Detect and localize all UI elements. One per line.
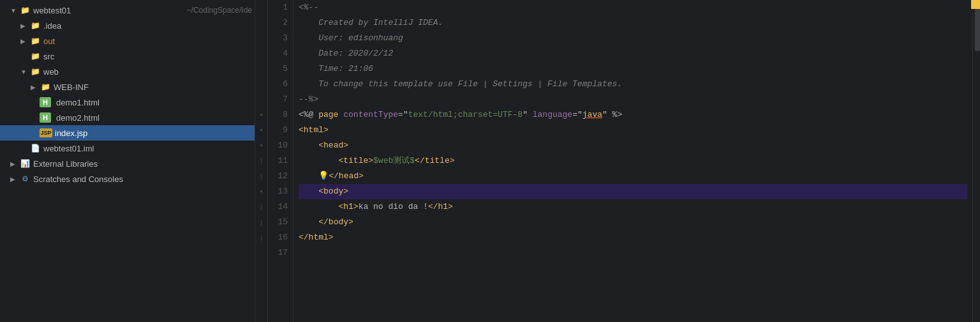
line-num-6: 6 — [276, 77, 288, 92]
editor-scrollbar[interactable] — [972, 0, 980, 322]
code-token: title — [425, 153, 450, 169]
code-line-4: Date: 2020/2/12 — [299, 46, 967, 61]
file-tree[interactable]: 📁 webtest01 ~/CodingSpace/Ide 📁 .idea 📁 … — [0, 0, 255, 322]
code-token — [528, 107, 533, 123]
code-token: > — [348, 215, 353, 230]
code-token: > — [323, 123, 329, 138]
code-line-14: <h1>ka no dio da !</h1> — [299, 199, 967, 215]
gutter-line-12: │ — [255, 169, 267, 184]
code-line-10: <head> — [299, 138, 967, 153]
code-token: language — [533, 107, 572, 123]
code-token: User: edisonhuang — [299, 31, 403, 46]
code-token — [299, 215, 318, 230]
sidebar-item-label: .idea — [43, 21, 252, 31]
sidebar-item-out[interactable]: 📁 out — [0, 33, 255, 49]
code-line-6: To change this template use File | Setti… — [299, 77, 967, 92]
line-num-16: 16 — [276, 230, 288, 245]
code-token: h1 — [438, 199, 448, 215]
code-token — [299, 199, 338, 215]
code-token: > — [368, 153, 373, 169]
sidebar-item-iml[interactable]: 📄 webtest01.iml — [0, 141, 255, 156]
code-editor: ◦ ◦ ◦ │ │ ◦ │ │ │ 1 2 3 4 5 6 7 8 9 10 1… — [255, 0, 980, 322]
gutter-line-13: ◦ — [255, 184, 267, 199]
code-line-9: <html> — [299, 123, 967, 138]
code-line-1: <%-- — [299, 0, 967, 15]
code-token: > — [359, 169, 364, 184]
code-token: body — [329, 215, 348, 230]
sidebar-item-src[interactable]: 📁 src — [0, 49, 255, 64]
code-token: Date: 2020/2/12 — [299, 46, 393, 61]
code-token: </ — [299, 230, 309, 245]
code-line-12: 💡</head> — [299, 169, 967, 184]
sidebar-item-label: webtest01 — [33, 6, 184, 15]
sidebar-path-label: ~/CodingSpace/Ide — [187, 6, 252, 15]
code-token — [338, 107, 343, 123]
code-line-11: <title>$web测试$</title> — [299, 153, 967, 169]
gutter-line-14: │ — [255, 199, 267, 215]
line-num-9: 9 — [276, 123, 288, 138]
html-file-icon: H — [40, 97, 51, 107]
line-num-7: 7 — [276, 92, 288, 107]
gutter-line-8: ◦ — [255, 107, 267, 123]
code-token: body — [323, 184, 343, 199]
code-area[interactable]: ◦ ◦ ◦ │ │ ◦ │ │ │ 1 2 3 4 5 6 7 8 9 10 1… — [255, 0, 980, 322]
code-token: > — [450, 153, 455, 169]
code-line-16: </html> — [299, 230, 967, 245]
gutter-line-11: │ — [255, 153, 267, 169]
folder-icon: 📁 — [29, 51, 41, 61]
sidebar-item-scratches[interactable]: ⚙ Scratches and Consoles — [0, 171, 255, 187]
code-token: < — [318, 138, 323, 153]
sidebar-item-demo2[interactable]: H demo2.html — [0, 110, 255, 125]
code-token: =" — [572, 107, 583, 123]
sidebar-item-label: src — [43, 52, 252, 61]
sidebar-item-webtest01[interactable]: 📁 webtest01 ~/CodingSpace/Ide — [0, 3, 255, 18]
code-token: > — [343, 184, 348, 199]
code-token: <%-- — [299, 0, 318, 15]
sidebar-item-idea[interactable]: 📁 .idea — [0, 18, 255, 33]
folder-icon: 📁 — [19, 5, 31, 15]
code-token: text/html;charset=UTF-8 — [408, 107, 523, 123]
code-token: page — [318, 107, 338, 123]
line-num-3: 3 — [276, 31, 288, 46]
line-numbers: 1 2 3 4 5 6 7 8 9 10 11 12 13 14 15 16 1… — [268, 0, 293, 322]
code-token: < — [299, 123, 304, 138]
code-token — [299, 184, 318, 199]
code-token: " %> — [602, 107, 622, 123]
gutter: ◦ ◦ ◦ │ │ ◦ │ │ │ — [255, 0, 268, 322]
sidebar-item-label: index.jsp — [55, 128, 252, 138]
line-num-5: 5 — [276, 61, 288, 77]
gutter-line-6 — [255, 77, 267, 92]
sidebar-item-label: demo2.html — [56, 113, 252, 123]
sidebar-item-webinf[interactable]: 📁 WEB-INF — [0, 79, 255, 95]
gutter-line-2 — [255, 15, 267, 31]
sidebar-item-indexjsp[interactable]: JSP index.jsp — [0, 125, 255, 141]
code-content[interactable]: <%-- Created by IntelliJ IDEA. User: edi… — [293, 0, 972, 322]
expand-arrow — [10, 160, 19, 167]
sidebar-item-label: demo1.html — [56, 98, 252, 107]
code-token: To change this template use File | Setti… — [299, 77, 622, 92]
line-num-12: 12 — [276, 169, 288, 184]
expand-arrow — [20, 22, 29, 29]
folder-icon: 📁 — [40, 82, 51, 92]
gutter-line-16: │ — [255, 230, 267, 245]
code-token — [299, 153, 338, 169]
sidebar-item-web[interactable]: 📁 web — [0, 64, 255, 79]
gutter-line-15: │ — [255, 215, 267, 230]
code-token: > — [329, 230, 334, 245]
gutter-line-17 — [255, 245, 267, 261]
code-token: =" — [398, 107, 408, 123]
code-token: < — [318, 184, 323, 199]
code-line-17 — [299, 245, 967, 261]
sidebar-item-demo1[interactable]: H demo1.html — [0, 95, 255, 110]
sidebar-item-extlibs[interactable]: 📊 External Libraries — [0, 156, 255, 171]
code-token: head — [323, 138, 343, 153]
code-token: </ — [415, 153, 425, 169]
expand-arrow — [20, 68, 29, 75]
code-token: ka no dio da ! — [359, 199, 428, 215]
iml-file-icon: 📄 — [29, 143, 41, 153]
code-token: title — [343, 153, 368, 169]
gutter-line-7 — [255, 92, 267, 107]
code-token: html — [304, 123, 323, 138]
expand-arrow — [31, 84, 40, 91]
code-token: contentType — [343, 107, 398, 123]
